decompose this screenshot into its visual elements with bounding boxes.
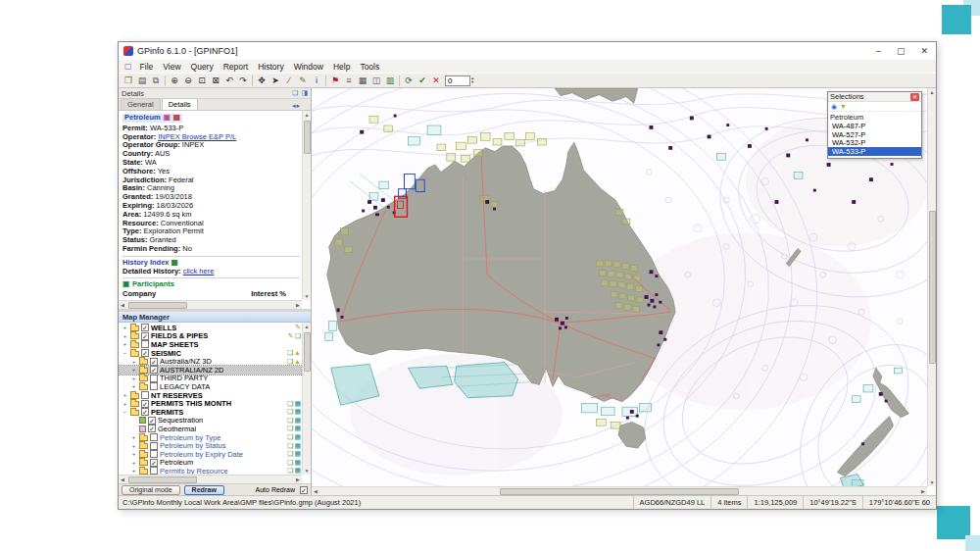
minimize-button[interactable]: – [876, 46, 881, 56]
spinner-icon[interactable]: ▴▾ [471, 76, 473, 84]
layer-row-legacy-data[interactable]: +LEGACY DATA [120, 382, 301, 391]
map-manager-title[interactable]: Map Manager [119, 312, 311, 323]
tab-general[interactable]: General [121, 98, 161, 110]
zoom-previous-icon[interactable]: ↶ [222, 75, 236, 87]
menu-file[interactable]: File [135, 62, 159, 72]
menu-help[interactable]: Help [328, 62, 355, 72]
layer-action-icon[interactable]: ✎ [288, 332, 294, 340]
layer-action-icon[interactable]: ❏ [287, 400, 293, 408]
layer-action-icon[interactable]: ▲ [294, 358, 301, 366]
refresh-icon[interactable]: ⟳ [402, 75, 416, 87]
menu-query[interactable]: Query [186, 62, 219, 72]
expander-icon[interactable]: − [122, 409, 128, 415]
layer-checkbox[interactable] [150, 433, 158, 441]
expander-icon[interactable]: + [130, 359, 137, 365]
expander-icon[interactable]: + [122, 333, 128, 339]
scroll-tabs-right-icon[interactable]: ▸ [296, 102, 300, 110]
layer-action-icon[interactable]: ❏ [287, 442, 293, 450]
pin-icon[interactable]: ◉ [831, 103, 837, 111]
close-button[interactable]: ✕ [920, 46, 928, 56]
open-icon[interactable]: ❐ [122, 75, 135, 87]
layer-checkbox[interactable] [150, 375, 158, 382]
layer-action-icon[interactable]: ❏ [287, 450, 293, 458]
layer-row-seismic[interactable]: −✓SEISMIC❏▲ [120, 349, 301, 358]
layer-row-third-party[interactable]: +THIRD PARTY [120, 375, 301, 383]
field-value-link[interactable]: INPEX Browse E&P P/L [158, 132, 236, 141]
layer-row-petroleum[interactable]: +✓Petroleum❏▦ [120, 459, 301, 468]
expander-icon[interactable]: + [130, 383, 137, 389]
redraw-button[interactable]: Redraw [184, 485, 224, 495]
map-vertical-scrollbar[interactable]: ▲▼ [927, 88, 936, 486]
layer-row-petroleum-by-type[interactable]: +Petroleum by Type❏▦ [120, 433, 301, 442]
selection-item-wa-527-p[interactable]: WA-527-P [828, 130, 921, 139]
expander-icon[interactable]: + [130, 367, 137, 373]
expander-icon[interactable]: + [130, 376, 137, 381]
detailed-history-link[interactable]: click here [183, 267, 215, 276]
layer-action-icon[interactable]: ❏ [287, 417, 293, 425]
layer-checkbox[interactable] [141, 340, 149, 348]
layer-row-permits-this-month[interactable]: +✓PERMITS THIS MONTH❏▦ [120, 399, 301, 408]
expander-icon[interactable]: + [130, 451, 137, 457]
menu-history[interactable]: History [253, 62, 288, 72]
expander-icon[interactable]: + [130, 443, 137, 449]
layer-action-icon[interactable]: ❏ [287, 459, 293, 467]
layer-action-icon[interactable]: ❏ [287, 425, 293, 432]
layer-action-icon[interactable]: ▲ [294, 349, 301, 357]
layer-action-icon[interactable]: ❏ [287, 358, 293, 366]
measure-icon[interactable]: ∕ [282, 75, 296, 87]
layer-checkbox[interactable]: ✓ [148, 417, 156, 425]
identify-icon[interactable]: i [310, 75, 323, 87]
layer-row-sequestration[interactable]: ✓Sequestration❏▦ [120, 417, 301, 426]
layer-row-nt-reserves[interactable]: +NT RESERVES [120, 391, 301, 400]
layer-checkbox[interactable]: ✓ [141, 349, 149, 357]
layer-action-icon[interactable]: ▦ [294, 417, 301, 425]
layer-checkbox[interactable]: ✓ [141, 400, 149, 408]
layer-row-fields-pipes[interactable]: +✓FIELDS & PIPES✎❏ [120, 332, 301, 341]
layer-row-petroleum-by-status[interactable]: +Petroleum by Status❏▦ [120, 441, 301, 450]
map-manager-vertical-scrollbar[interactable]: ▲▼ [302, 323, 311, 475]
expander-icon[interactable]: + [130, 468, 137, 474]
scroll-tabs-left-icon[interactable]: ◂ [292, 102, 296, 110]
zoom-next-icon[interactable]: ↷ [236, 75, 250, 87]
pin-icon[interactable]: ◨ [301, 89, 308, 97]
pencil-icon[interactable]: ✎ [296, 75, 310, 87]
layer-action-icon[interactable]: ▦ [294, 450, 301, 458]
map-manager-horizontal-scrollbar[interactable]: ◀▶ [119, 475, 302, 483]
layers-icon[interactable]: ≡ [342, 75, 356, 87]
layer-action-icon[interactable]: ❏ [287, 408, 293, 416]
layer-checkbox[interactable]: ✓ [141, 324, 149, 331]
selection-item-wa-533-p[interactable]: WA-533-P [828, 147, 921, 156]
layer-row-petroleum-by-expiry-date[interactable]: +Petroleum by Expiry Date❏▦ [120, 450, 301, 459]
layer-row-geothermal[interactable]: ✓Geothermal❏▦ [120, 425, 301, 433]
expander-icon[interactable]: + [130, 460, 137, 466]
menu-window[interactable]: Window [289, 62, 328, 72]
layer-checkbox[interactable]: ✓ [141, 332, 149, 340]
pan-icon[interactable]: ✥ [255, 75, 269, 87]
expander-icon[interactable]: − [122, 350, 128, 356]
layer-checkbox[interactable]: ✓ [150, 459, 158, 467]
layer-checkbox[interactable] [150, 450, 158, 458]
layer-action-icon[interactable]: ✎ [295, 324, 301, 331]
zoom-window-icon[interactable]: ⊡ [195, 75, 209, 87]
layer-checkbox[interactable]: ✓ [148, 425, 156, 432]
print-icon[interactable]: ▤ [135, 75, 149, 87]
layer-action-icon[interactable]: ▦ [294, 400, 301, 408]
expander-icon[interactable]: + [130, 434, 137, 440]
layer-action-icon[interactable]: ❏ [287, 349, 293, 357]
selection-item-wa-487-p[interactable]: WA-487-P [828, 122, 921, 130]
marker-icon[interactable]: ✔ [416, 75, 429, 87]
layer-action-icon[interactable]: ▦ [294, 425, 301, 432]
layer-row-australia-nz-3d[interactable]: +✓Australia/NZ 3D❏▲ [120, 357, 301, 366]
filter-icon[interactable]: ▼ [840, 103, 847, 110]
layer-action-icon[interactable]: ▦ [294, 442, 301, 450]
expander-icon[interactable]: + [122, 341, 128, 347]
menu-tools[interactable]: Tools [355, 62, 384, 72]
map-icon[interactable]: ▤ [173, 114, 180, 123]
dock-icon[interactable]: ❏ [292, 89, 298, 97]
expander-icon[interactable]: + [122, 325, 128, 330]
layer-action-icon[interactable]: ▦ [294, 408, 301, 416]
expander-icon[interactable]: + [122, 392, 128, 398]
layer-checkbox[interactable]: ✓ [141, 408, 149, 416]
select-arrow-icon[interactable]: ➤ [269, 75, 282, 87]
layer-row-map-sheets[interactable]: +MAP SHEETS [120, 340, 301, 349]
